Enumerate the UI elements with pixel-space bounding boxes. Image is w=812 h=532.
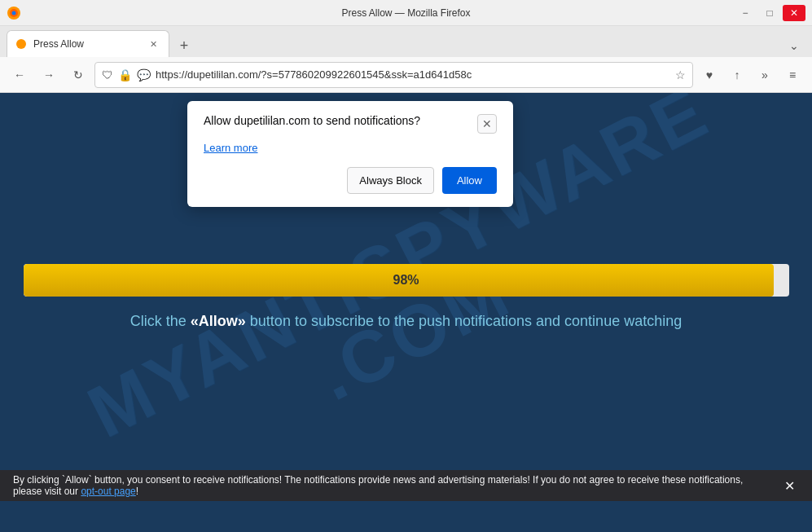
share-button[interactable]: ↑ [724, 62, 750, 88]
maximize-button[interactable]: □ [758, 5, 781, 21]
learn-more-link[interactable]: Learn more [204, 142, 497, 154]
menu-button[interactable]: ≡ [779, 62, 805, 88]
svg-point-2 [12, 11, 16, 15]
bottom-bar-close-button[interactable]: ✕ [779, 476, 799, 495]
shield-icon: 🛡 [102, 68, 113, 81]
forward-button[interactable]: → [36, 62, 62, 88]
tab-bar-right: ⌄ [783, 34, 805, 57]
popup-header: Allow dupetililan.com to send notificati… [204, 114, 497, 134]
nav-bar: ← → ↻ 🛡 🔒 💬 ☆ ♥ ↑ » ≡ [0, 57, 812, 93]
main-content: MYANTISPYWARE .COM Allow dupetililan.com… [0, 93, 812, 501]
tab-bar: Press Allow ✕ + ⌄ [0, 26, 812, 57]
nav-right-buttons: ♥ ↑ » ≡ [696, 62, 805, 88]
allow-highlight: «Allow» [191, 313, 246, 329]
popup-title: Allow dupetililan.com to send notificati… [204, 114, 477, 127]
bookmark-icon[interactable]: ☆ [675, 68, 686, 81]
notification-popup: Allow dupetililan.com to send notificati… [187, 101, 513, 207]
url-input[interactable] [156, 68, 670, 81]
close-window-button[interactable]: ✕ [783, 5, 805, 21]
bottom-bar: By clicking `Allow` button, you consent … [0, 470, 812, 501]
progress-label: 98% [24, 273, 789, 288]
title-bar-left [7, 6, 21, 20]
allow-button[interactable]: Allow [442, 167, 497, 194]
tab-label: Press Allow [33, 38, 84, 50]
more-tools-button[interactable]: » [752, 62, 778, 88]
list-tabs-button[interactable]: ⌄ [783, 34, 805, 57]
subscribe-text: Click the «Allow» button to subscribe to… [130, 313, 682, 330]
opt-out-link[interactable]: opt-out page [81, 486, 135, 497]
bottom-bar-text-end: ! [136, 486, 138, 497]
window-controls: − □ ✕ [734, 5, 805, 21]
bottom-bar-text: By clicking `Allow` button, you consent … [13, 474, 773, 497]
svg-point-3 [16, 39, 26, 49]
tab-favicon-icon [15, 38, 27, 50]
title-bar: Press Allow — Mozilla Firefox − □ ✕ [0, 0, 812, 26]
firefox-logo-icon [7, 6, 21, 20]
progress-container: 98% [24, 264, 789, 297]
active-tab[interactable]: Press Allow ✕ [7, 30, 169, 57]
tab-close-button[interactable]: ✕ [146, 37, 160, 51]
reload-button[interactable]: ↻ [65, 62, 91, 88]
lock-icon: 🔒 [118, 68, 132, 81]
popup-buttons: Always Block Allow [204, 167, 497, 194]
heart-button[interactable]: ♥ [696, 62, 722, 88]
address-bar[interactable]: 🛡 🔒 💬 ☆ [94, 62, 693, 88]
always-block-button[interactable]: Always Block [347, 167, 434, 194]
minimize-button[interactable]: − [734, 5, 757, 21]
back-button[interactable]: ← [7, 62, 33, 88]
popup-close-button[interactable]: ✕ [477, 114, 497, 134]
window-title: Press Allow — Mozilla Firefox [341, 7, 470, 19]
new-tab-button[interactable]: + [173, 34, 195, 57]
pip-icon: 💬 [137, 68, 151, 81]
